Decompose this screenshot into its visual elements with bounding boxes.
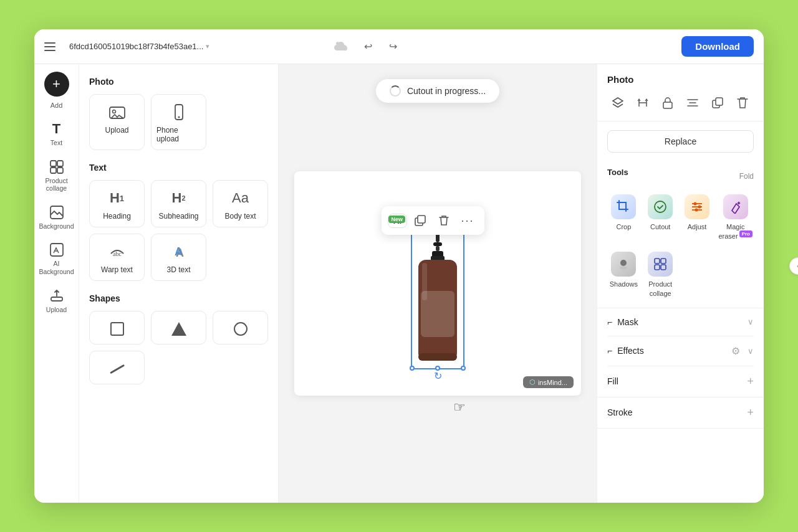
copy-icon-btn[interactable] [707, 92, 728, 113]
warp-text-icon: abc [107, 243, 127, 260]
fill-row[interactable]: Fill + [597, 366, 764, 397]
accordion: ⌐ Mask ∨ ⌐ Effects ⚙ ∨ [597, 308, 764, 366]
upload-icon [49, 288, 64, 303]
mask-chevron-icon: ∨ [748, 317, 754, 326]
canvas-frame[interactable]: AI New ··· [294, 171, 581, 396]
document-title: 6fdcd160051019bc18f73b4fe53ae1... ▾ [69, 42, 323, 51]
tool-shadows[interactable]: Shadows [607, 248, 640, 302]
upload-item[interactable]: Upload [89, 94, 145, 150]
warp-text-item[interactable]: abc Warp text [89, 234, 145, 281]
shape-triangle-item[interactable] [151, 311, 206, 344]
shape-line-item[interactable] [89, 351, 145, 384]
effects-label: Effects [617, 346, 726, 356]
shape-circle-item[interactable] [213, 311, 268, 344]
right-panel-header: Photo [597, 64, 764, 121]
spinner-icon [390, 85, 401, 97]
tools-section: Tools Fold Crop [597, 161, 764, 308]
background-icon [49, 205, 64, 220]
cutout-label: Cutout [650, 222, 670, 231]
shadows-label: Shadows [610, 280, 638, 288]
shadows-icon [611, 252, 636, 277]
effects-chevron-icon: ∨ [748, 346, 754, 356]
line-shape-icon [107, 360, 127, 378]
title-chevron-icon[interactable]: ▾ [206, 42, 209, 50]
subheading-icon: H2 [169, 189, 189, 207]
subheading-label: Subheading [158, 212, 198, 221]
tool-cutout[interactable]: Cutout [644, 191, 677, 244]
body-text-item[interactable]: Aa Body text [213, 180, 268, 227]
canvas-cursor-icon: ☞ [453, 399, 466, 416]
watermark: ⬡ insMind... [523, 376, 574, 388]
tool-magic-eraser[interactable]: Magic eraserPro [717, 191, 754, 244]
svg-rect-38 [661, 265, 666, 270]
phone-upload-icon [169, 103, 189, 121]
text-icon: T [49, 121, 64, 136]
sidebar-item-product-collage[interactable]: Product collage [39, 154, 74, 197]
shape-square-item[interactable] [89, 311, 145, 344]
phone-upload-item[interactable]: Phone upload [151, 94, 206, 150]
3d-text-label: 3D text [166, 265, 190, 274]
svg-point-30 [698, 206, 701, 209]
effects-accordion-row[interactable]: ⌐ Effects ⚙ ∨ [607, 336, 754, 366]
floating-toolbar: AI New ··· [382, 206, 484, 235]
align-icon-btn[interactable] [682, 92, 703, 113]
product-collage-tool-label: Product collage [645, 280, 676, 298]
effects-settings-icon[interactable]: ⚙ [731, 345, 740, 357]
menu-button[interactable] [44, 38, 62, 55]
magic-eraser-icon [723, 194, 748, 219]
delete-button[interactable] [433, 210, 454, 231]
fill-plus-icon[interactable]: + [747, 375, 754, 388]
svg-rect-23 [418, 353, 457, 361]
background-label: Background [39, 222, 74, 230]
redo-button[interactable]: ↪ [383, 37, 403, 57]
heading-item[interactable]: H1 Heading [89, 180, 145, 227]
product-bottle [411, 229, 464, 369]
replace-button[interactable]: Replace [607, 130, 754, 153]
sidebar-item-background[interactable]: Background [39, 200, 74, 235]
layers-icon-btn[interactable] [607, 92, 628, 113]
left-panel: Photo Upload [79, 64, 279, 503]
svg-rect-2 [50, 168, 56, 173]
tool-adjust[interactable]: Adjust [681, 191, 714, 244]
header-actions: ↩ ↪ [358, 37, 403, 57]
more-button[interactable]: ··· [457, 210, 478, 231]
undo-button[interactable]: ↩ [358, 37, 378, 57]
duplicate-button[interactable] [410, 210, 431, 231]
right-panel: Photo [597, 64, 764, 503]
svg-rect-3 [57, 168, 63, 173]
download-button[interactable]: Download [681, 36, 754, 57]
svg-point-28 [694, 202, 697, 206]
stroke-plus-icon[interactable]: + [747, 406, 754, 419]
svg-rect-16 [433, 242, 442, 246]
product-collage-icon [49, 159, 64, 174]
cutout-icon [648, 194, 673, 219]
tool-crop[interactable]: Crop [607, 191, 640, 244]
ai-cutout-button[interactable]: AI New [388, 214, 407, 228]
stroke-label: Stroke [607, 407, 632, 417]
toast-message: Cutout in progress... [407, 86, 486, 96]
subheading-item[interactable]: H2 Subheading [151, 180, 206, 227]
svg-rect-17 [436, 246, 440, 251]
ai-background-icon [49, 242, 64, 257]
circle-shape-icon [231, 320, 251, 338]
sidebar-item-upload[interactable]: Upload [39, 283, 74, 319]
trash-icon-btn[interactable] [732, 92, 753, 113]
lock-icon-btn[interactable] [657, 92, 678, 113]
tool-product-collage[interactable]: Product collage [644, 248, 677, 302]
stroke-row[interactable]: Stroke + [597, 397, 764, 429]
sidebar-item-text[interactable]: T Text [39, 116, 74, 152]
canvas-area[interactable]: Cutout in progress... AI New [279, 64, 597, 503]
add-button[interactable]: + [44, 72, 69, 97]
product-collage-tool-icon [648, 252, 673, 277]
fill-label: Fill [607, 376, 618, 386]
text-label: Text [50, 139, 62, 147]
body: + Add T Text Product collage [34, 64, 764, 503]
rotate-handle[interactable]: ↻ [434, 370, 442, 382]
fold-label[interactable]: Fold [739, 172, 754, 181]
mask-accordion-row[interactable]: ⌐ Mask ∨ [607, 308, 754, 336]
tools-label: Tools [607, 168, 628, 177]
3d-text-item[interactable]: A 3D text [151, 234, 206, 281]
tools-grid: Crop Cutout [607, 191, 754, 302]
sidebar-item-ai-background[interactable]: AI Background [39, 237, 74, 280]
flip-icon-btn[interactable] [632, 92, 653, 113]
